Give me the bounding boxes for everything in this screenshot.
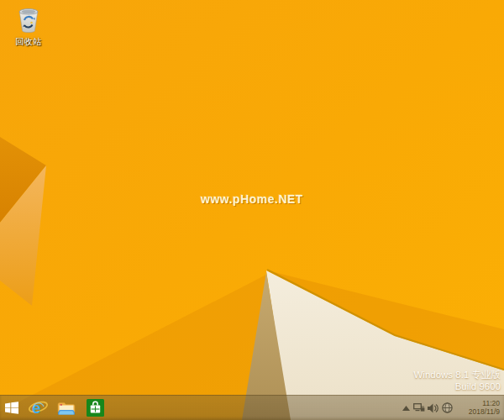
- show-hidden-icons-button[interactable]: [401, 396, 412, 420]
- system-tray: 11:20 2018/11/9: [401, 396, 502, 420]
- windows-logo-icon: [5, 402, 18, 414]
- store-bag-icon: [87, 399, 104, 417]
- file-explorer-button[interactable]: [52, 396, 81, 420]
- desktop[interactable]: 回收站 www.pHome.NET Windows 8.1 专业版 Build …: [0, 0, 504, 420]
- folder-icon: [57, 401, 76, 416]
- site-watermark: www.pHome.NET: [0, 192, 504, 206]
- taskbar: e: [0, 395, 504, 420]
- input-indicator-button[interactable]: [440, 396, 454, 420]
- input-globe-icon: [442, 402, 453, 413]
- taskbar-clock[interactable]: 11:20 2018/11/9: [454, 400, 502, 416]
- network-tray-button[interactable]: [412, 396, 426, 420]
- start-button[interactable]: [0, 396, 24, 420]
- volume-tray-button[interactable]: [426, 396, 440, 420]
- recycle-bin-icon[interactable]: 回收站: [9, 4, 48, 46]
- windows-edition-text: Windows 8.1 专业版: [413, 369, 501, 381]
- ie-e-icon: e: [29, 399, 48, 417]
- wallpaper: [0, 0, 504, 420]
- system-watermark: Windows 8.1 专业版 Build 9600: [413, 369, 501, 392]
- show-hidden-icons-icon: [402, 406, 410, 411]
- recycle-bin-glyph: [14, 4, 43, 36]
- taskbar-buttons: e: [0, 396, 109, 420]
- clock-date: 2018/11/9: [454, 408, 500, 417]
- internet-explorer-button[interactable]: e: [24, 396, 52, 420]
- network-icon: [413, 403, 425, 413]
- recycle-bin-label: 回收站: [15, 37, 42, 46]
- windows-store-button[interactable]: [81, 396, 109, 420]
- windows-build-text: Build 9600: [413, 381, 501, 392]
- volume-icon: [428, 403, 438, 413]
